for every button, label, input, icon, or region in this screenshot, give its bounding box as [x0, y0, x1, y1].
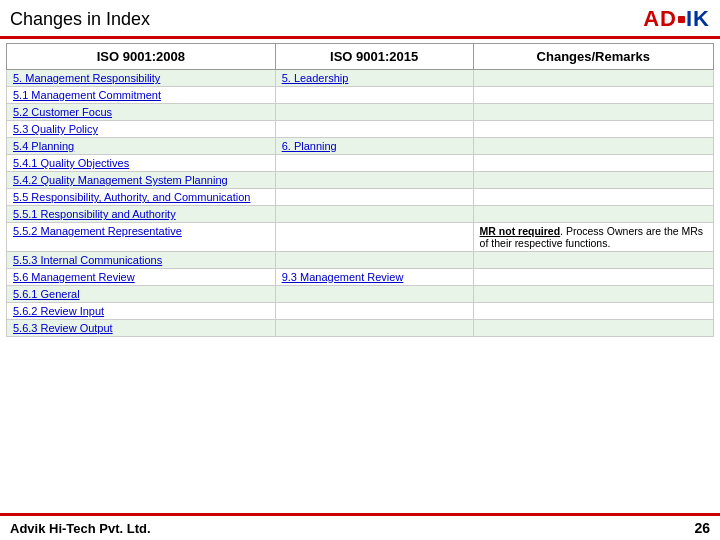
company-logo: ADIK	[643, 6, 710, 32]
table-row: 5.5.3 Internal Communications	[7, 252, 714, 269]
page-header: Changes in Index ADIK	[0, 0, 720, 39]
cell-remarks	[473, 286, 713, 303]
cell-iso2015	[275, 286, 473, 303]
cell-iso2015	[275, 189, 473, 206]
logo-dot	[678, 16, 685, 23]
page-footer: Advik Hi-Tech Pvt. Ltd. 26	[0, 513, 720, 540]
changes-table: ISO 9001:2008 ISO 9001:2015 Changes/Rema…	[6, 43, 714, 337]
cell-remarks	[473, 138, 713, 155]
cell-iso2008: 5.4.1 Quality Objectives	[7, 155, 276, 172]
cell-iso2008: 5.5.2 Management Representative	[7, 223, 276, 252]
table-row: 5.1 Management Commitment	[7, 87, 714, 104]
cell-iso2015: 5. Leadership	[275, 70, 473, 87]
table-row: 5. Management Responsibility5. Leadershi…	[7, 70, 714, 87]
cell-iso2008: 5. Management Responsibility	[7, 70, 276, 87]
cell-iso2015	[275, 303, 473, 320]
cell-remarks	[473, 155, 713, 172]
cell-remarks	[473, 70, 713, 87]
cell-remarks	[473, 252, 713, 269]
table-row: 5.3 Quality Policy	[7, 121, 714, 138]
cell-iso2015	[275, 121, 473, 138]
footer-page-number: 26	[694, 520, 710, 536]
table-row: 5.4 Planning6. Planning	[7, 138, 714, 155]
cell-iso2008: 5.2 Customer Focus	[7, 104, 276, 121]
col-header-iso2008: ISO 9001:2008	[7, 44, 276, 70]
cell-iso2008: 5.6 Management Review	[7, 269, 276, 286]
cell-iso2008: 5.6.1 General	[7, 286, 276, 303]
table-row: 5.5.1 Responsibility and Authority	[7, 206, 714, 223]
table-row: 5.4.1 Quality Objectives	[7, 155, 714, 172]
table-row: 5.6.2 Review Input	[7, 303, 714, 320]
col-header-remarks: Changes/Remarks	[473, 44, 713, 70]
main-table-container: ISO 9001:2008 ISO 9001:2015 Changes/Rema…	[0, 43, 720, 337]
cell-iso2015: 6. Planning	[275, 138, 473, 155]
cell-iso2015	[275, 252, 473, 269]
table-row: 5.5.2 Management RepresentativeMR not re…	[7, 223, 714, 252]
cell-iso2008: 5.3 Quality Policy	[7, 121, 276, 138]
table-row: 5.6 Management Review9.3 Management Revi…	[7, 269, 714, 286]
cell-iso2015	[275, 223, 473, 252]
cell-iso2015	[275, 155, 473, 172]
cell-iso2015	[275, 104, 473, 121]
footer-company: Advik Hi-Tech Pvt. Ltd.	[10, 521, 151, 536]
cell-remarks	[473, 189, 713, 206]
cell-remarks	[473, 104, 713, 121]
cell-iso2008: 5.1 Management Commitment	[7, 87, 276, 104]
logo-ad: AD	[643, 6, 677, 31]
table-row: 5.6.3 Review Output	[7, 320, 714, 337]
cell-remarks	[473, 206, 713, 223]
cell-remarks: MR not required. Process Owners are the …	[473, 223, 713, 252]
cell-iso2015: 9.3 Management Review	[275, 269, 473, 286]
cell-iso2015	[275, 172, 473, 189]
table-row: 5.6.1 General	[7, 286, 714, 303]
cell-iso2008: 5.6.2 Review Input	[7, 303, 276, 320]
cell-iso2015	[275, 87, 473, 104]
cell-iso2008: 5.5.3 Internal Communications	[7, 252, 276, 269]
cell-remarks	[473, 303, 713, 320]
logo-ik: IK	[686, 6, 710, 31]
cell-iso2008: 5.6.3 Review Output	[7, 320, 276, 337]
cell-remarks	[473, 121, 713, 138]
cell-iso2008: 5.4 Planning	[7, 138, 276, 155]
col-header-iso2015: ISO 9001:2015	[275, 44, 473, 70]
table-row: 5.5 Responsibility, Authority, and Commu…	[7, 189, 714, 206]
cell-iso2015	[275, 206, 473, 223]
page-title: Changes in Index	[10, 9, 150, 30]
cell-remarks	[473, 87, 713, 104]
cell-remarks	[473, 320, 713, 337]
cell-remarks	[473, 269, 713, 286]
cell-iso2015	[275, 320, 473, 337]
table-header-row: ISO 9001:2008 ISO 9001:2015 Changes/Rema…	[7, 44, 714, 70]
cell-iso2008: 5.5 Responsibility, Authority, and Commu…	[7, 189, 276, 206]
cell-iso2008: 5.5.1 Responsibility and Authority	[7, 206, 276, 223]
cell-iso2008: 5.4.2 Quality Management System Planning	[7, 172, 276, 189]
table-row: 5.4.2 Quality Management System Planning	[7, 172, 714, 189]
table-row: 5.2 Customer Focus	[7, 104, 714, 121]
cell-remarks	[473, 172, 713, 189]
